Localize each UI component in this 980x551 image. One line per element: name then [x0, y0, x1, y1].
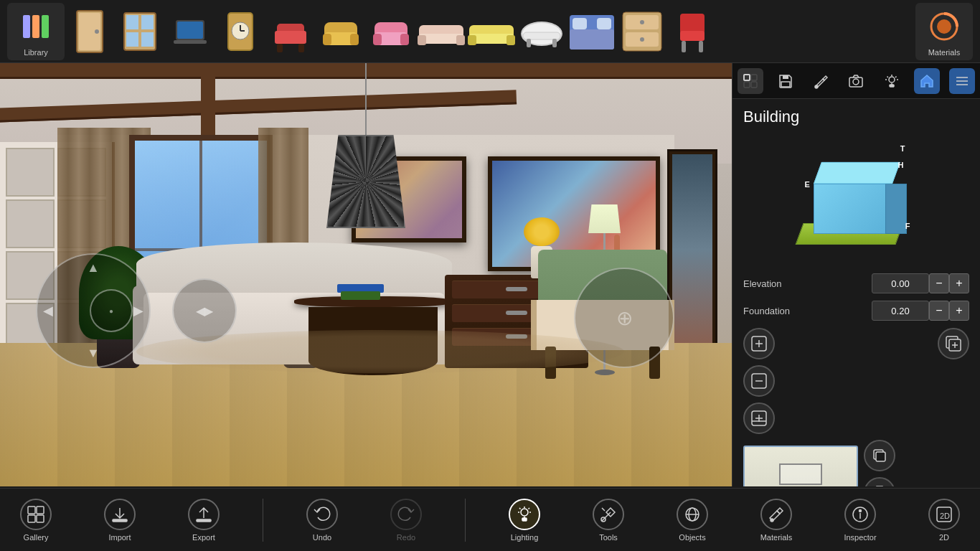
furniture-dining-chair[interactable]	[667, 6, 717, 57]
rt-light-icon[interactable]	[879, 68, 905, 94]
svg-rect-51	[680, 14, 705, 34]
svg-rect-43	[570, 29, 614, 50]
svg-point-56	[937, 19, 951, 34]
svg-rect-67	[890, 85, 894, 87]
svg-point-5	[95, 29, 99, 34]
lighting-label: Lighting	[511, 533, 539, 542]
inspector-button[interactable]: Inspector	[831, 492, 889, 548]
elevation-minus-button[interactable]: −	[929, 273, 949, 293]
furniture-pink-chair[interactable]	[366, 6, 416, 57]
svg-rect-20	[277, 44, 283, 52]
materials-bottom-button[interactable]: Materials	[748, 492, 805, 548]
add-story-button[interactable]	[743, 328, 775, 359]
svg-rect-8	[141, 15, 154, 29]
svg-rect-33	[456, 35, 465, 45]
furniture-yellow-sofa[interactable]	[466, 6, 517, 57]
inspector-icon	[844, 499, 876, 530]
furniture-window[interactable]	[115, 6, 165, 57]
svg-rect-58	[751, 75, 757, 80]
materials-button[interactable]: Materials	[915, 3, 973, 60]
tools-label: Tools	[599, 533, 618, 542]
furniture-door[interactable]	[65, 6, 115, 57]
rt-select-icon[interactable]	[738, 68, 763, 94]
svg-rect-54	[699, 41, 703, 52]
objects-button[interactable]: Objects	[664, 492, 721, 548]
elevation-input[interactable]	[872, 273, 929, 293]
furniture-laptop[interactable]	[165, 6, 215, 57]
gallery-label: Gallery	[24, 533, 49, 542]
library-icon	[20, 11, 52, 42]
svg-point-50	[640, 37, 644, 42]
furniture-armchair[interactable]	[316, 6, 366, 57]
2d-button[interactable]: 2D 2D	[915, 492, 973, 548]
redo-button[interactable]: Redo	[377, 492, 435, 548]
foundation-input[interactable]	[872, 301, 929, 321]
rt-save-icon[interactable]	[773, 68, 798, 94]
right-frame	[667, 149, 717, 350]
copy-floor-button[interactable]	[864, 440, 895, 471]
furniture-bed[interactable]	[567, 6, 617, 57]
nav-rotate[interactable]: ⊕	[574, 268, 674, 368]
svg-rect-25	[350, 34, 359, 45]
svg-rect-19	[275, 31, 306, 44]
iso-label-e: E	[805, 180, 810, 189]
gallery-button[interactable]: Gallery	[7, 492, 65, 548]
duplicate-button[interactable]	[938, 328, 969, 359]
divider-1	[263, 499, 263, 542]
furniture-sofa[interactable]	[416, 6, 466, 57]
add-floor-button[interactable]	[743, 402, 775, 434]
furniture-dresser-top[interactable]	[617, 6, 667, 57]
viewport: ▲ ▼ ◀ ▶ ● ◀▶ ⊕	[0, 63, 732, 486]
floor-preview-row	[743, 440, 969, 486]
svg-rect-57	[744, 75, 750, 80]
tools-button[interactable]: Tools	[580, 492, 637, 548]
paste-floor-button[interactable]	[864, 477, 895, 486]
furniture-red-chair[interactable]	[265, 6, 316, 57]
svg-point-63	[815, 85, 818, 88]
furniture-clock[interactable]	[215, 6, 265, 57]
svg-rect-90	[113, 519, 127, 522]
elevation-plus-button[interactable]: +	[949, 273, 969, 293]
svg-rect-21	[298, 44, 304, 52]
svg-rect-60	[751, 82, 757, 88]
2d-label: 2D	[939, 533, 949, 542]
svg-text:2D: 2D	[940, 512, 950, 520]
svg-rect-0	[23, 15, 30, 38]
svg-rect-40	[527, 39, 531, 47]
undo-icon	[306, 499, 338, 530]
svg-rect-32	[418, 35, 426, 45]
tool-buttons-row1	[743, 328, 969, 359]
level-down-button[interactable]	[743, 365, 775, 397]
iso-front	[814, 184, 892, 234]
svg-point-49	[640, 20, 644, 24]
svg-rect-10	[141, 32, 154, 47]
building-preview: T H E F	[785, 141, 928, 263]
rt-list-icon[interactable]	[949, 68, 975, 94]
import-button[interactable]: Import	[91, 492, 149, 548]
export-button[interactable]: Export	[175, 492, 232, 548]
tool-buttons-row3	[743, 402, 969, 434]
svg-rect-12	[177, 22, 203, 39]
import-label: Import	[108, 533, 131, 542]
pendant-lamp	[326, 63, 405, 228]
lighting-button[interactable]: Lighting	[496, 492, 553, 548]
objects-label: Objects	[679, 533, 705, 542]
svg-rect-89	[37, 515, 44, 522]
rt-paint-icon[interactable]	[808, 68, 834, 94]
foundation-minus-button[interactable]: −	[929, 301, 949, 321]
rt-camera-icon[interactable]	[843, 68, 869, 94]
undo-button[interactable]: Undo	[293, 492, 351, 548]
rt-home-icon[interactable]	[914, 68, 940, 94]
nav-circle-center[interactable]: ●	[90, 289, 133, 332]
foundation-plus-button[interactable]: +	[949, 301, 969, 321]
svg-rect-41	[552, 39, 557, 47]
svg-rect-45	[597, 18, 611, 29]
import-icon	[104, 499, 136, 530]
library-button[interactable]: Library	[7, 3, 65, 60]
foundation-label: Foundation	[743, 306, 872, 316]
svg-point-92	[521, 509, 528, 516]
materials-bottom-icon	[760, 499, 792, 530]
svg-rect-7	[126, 15, 138, 29]
nav-pan[interactable]: ◀▶	[172, 278, 237, 343]
furniture-bathtub[interactable]	[517, 6, 567, 57]
